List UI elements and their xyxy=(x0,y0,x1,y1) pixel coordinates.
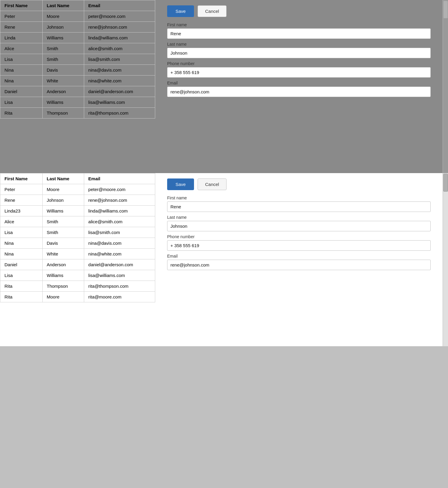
bottom-firstname-group: First name xyxy=(167,195,431,212)
bottom-phone-input[interactable] xyxy=(167,240,431,251)
top-table-row[interactable]: RitaThompsonrita@thompson.com xyxy=(0,108,155,118)
bottom-table-row[interactable]: AliceSmithalice@smith.com xyxy=(0,216,155,227)
top-col-firstname: First Name xyxy=(0,0,43,11)
bottom-cell-last: Moore xyxy=(42,292,84,302)
top-cell-last: Williams xyxy=(42,33,84,43)
top-cell-email: lisa@williams.com xyxy=(84,97,155,108)
top-firstname-label: First name xyxy=(167,22,431,27)
bottom-cell-last: Johnson xyxy=(42,195,84,206)
top-table-row[interactable]: AliceSmithalice@smith.com xyxy=(0,43,155,54)
top-cell-last: Smith xyxy=(42,43,84,54)
bottom-cell-email: nina@white.com xyxy=(84,249,155,259)
top-email-input[interactable] xyxy=(167,87,431,97)
bottom-cell-email: rita@thompson.com xyxy=(84,281,155,292)
bottom-col-lastname: Last Name xyxy=(42,173,84,184)
top-cell-first: Nina xyxy=(0,76,43,86)
top-table-row[interactable]: LisaSmithlisa@smith.com xyxy=(0,54,155,65)
bottom-cell-last: Anderson xyxy=(42,259,84,270)
top-table-header-row: First Name Last Name Email xyxy=(0,0,155,11)
top-firstname-input[interactable] xyxy=(167,28,431,39)
top-cell-first: Lisa xyxy=(0,54,43,65)
top-phone-group: Phone number xyxy=(167,61,431,78)
bottom-table-row[interactable]: RitaMoorerita@moore.com xyxy=(0,292,155,302)
bottom-email-label: Email xyxy=(167,254,431,258)
top-table-row[interactable]: PeterMoorepeter@moore.com xyxy=(0,11,155,22)
top-table-row[interactable]: ReneJohnsonrene@johnson.com xyxy=(0,22,155,33)
bottom-cell-email: rene@johnson.com xyxy=(84,195,155,206)
top-scrollbar-thumb[interactable] xyxy=(443,1,448,19)
bottom-cell-email: daniel@anderson.com xyxy=(84,259,155,270)
top-half: First Name Last Name Email PeterMoorepet… xyxy=(0,0,448,173)
bottom-save-button[interactable]: Save xyxy=(167,178,194,190)
top-phone-label: Phone number xyxy=(167,61,431,66)
top-table-row[interactable]: DanielAndersondaniel@anderson.com xyxy=(0,86,155,97)
top-table-row[interactable]: NinaDavisnina@davis.com xyxy=(0,65,155,76)
bottom-half: First Name Last Name Email PeterMoorepet… xyxy=(0,173,448,346)
top-cell-first: Daniel xyxy=(0,86,43,97)
bottom-cell-first: Nina xyxy=(0,249,43,259)
bottom-table-row[interactable]: ReneJohnsonrene@johnson.com xyxy=(0,195,155,206)
bottom-col-email: Email xyxy=(84,173,155,184)
bottom-scrollbar-thumb[interactable] xyxy=(443,174,448,192)
top-cell-email: rita@thompson.com xyxy=(84,108,155,118)
bottom-cancel-button[interactable]: Cancel xyxy=(198,178,227,190)
bottom-table-row[interactable]: LisaSmithlisa@smith.com xyxy=(0,227,155,238)
bottom-col-firstname: First Name xyxy=(0,173,43,184)
top-cell-email: lisa@smith.com xyxy=(84,54,155,65)
top-table-row[interactable]: NinaWhitenina@white.com xyxy=(0,76,155,86)
top-cell-last: Williams xyxy=(42,97,84,108)
bottom-lastname-input[interactable] xyxy=(167,221,431,231)
top-cell-first: Alice xyxy=(0,43,43,54)
bottom-cell-email: linda@williams.com xyxy=(84,206,155,216)
top-cell-email: peter@moore.com xyxy=(84,11,155,22)
bottom-cell-first: Lisa xyxy=(0,227,43,238)
top-table-row[interactable]: LisaWilliamslisa@williams.com xyxy=(0,97,155,108)
top-cell-email: linda@williams.com xyxy=(84,33,155,43)
bottom-cell-last: Williams xyxy=(42,270,84,281)
bottom-firstname-input[interactable] xyxy=(167,201,431,212)
top-col-email: Email xyxy=(84,0,155,11)
top-cell-first: Lisa xyxy=(0,97,43,108)
top-cell-last: Anderson xyxy=(42,86,84,97)
bottom-cell-first: Linda23 xyxy=(0,206,43,216)
top-phone-input[interactable] xyxy=(167,67,431,78)
bottom-cell-first: Rita xyxy=(0,292,43,302)
bottom-phone-label: Phone number xyxy=(167,234,431,239)
bottom-table-section: First Name Last Name Email PeterMoorepet… xyxy=(0,173,155,346)
bottom-lastname-group: Last name xyxy=(167,215,431,231)
bottom-lastname-label: Last name xyxy=(167,215,431,220)
top-table: First Name Last Name Email PeterMoorepet… xyxy=(0,0,155,118)
top-cancel-button[interactable]: Cancel xyxy=(198,5,227,17)
bottom-table-header-row: First Name Last Name Email xyxy=(0,173,155,184)
bottom-table-row[interactable]: NinaDavisnina@davis.com xyxy=(0,238,155,249)
bottom-table-row[interactable]: RitaThompsonrita@thompson.com xyxy=(0,281,155,292)
bottom-table-row[interactable]: LisaWilliamslisa@williams.com xyxy=(0,270,155,281)
top-cell-first: Peter xyxy=(0,11,43,22)
top-cell-last: Smith xyxy=(42,54,84,65)
top-lastname-group: Last name xyxy=(167,42,431,58)
top-cell-first: Nina xyxy=(0,65,43,76)
bottom-cell-last: Smith xyxy=(42,227,84,238)
bottom-cell-first: Peter xyxy=(0,184,43,195)
bottom-table-row[interactable]: PeterMoorepeter@moore.com xyxy=(0,184,155,195)
top-lastname-input[interactable] xyxy=(167,48,431,58)
bottom-table-row[interactable]: Linda23Williamslinda@williams.com xyxy=(0,206,155,216)
top-lastname-label: Last name xyxy=(167,42,431,47)
bottom-phone-group: Phone number xyxy=(167,234,431,251)
bottom-cell-last: Davis xyxy=(42,238,84,249)
bottom-table-row[interactable]: DanielAndersondaniel@anderson.com xyxy=(0,259,155,270)
bottom-cell-email: nina@davis.com xyxy=(84,238,155,249)
bottom-cell-last: Williams xyxy=(42,206,84,216)
bottom-cell-email: alice@smith.com xyxy=(84,216,155,227)
bottom-cell-email: lisa@williams.com xyxy=(84,270,155,281)
bottom-email-input[interactable] xyxy=(167,260,431,270)
top-table-row[interactable]: LindaWilliamslinda@williams.com xyxy=(0,33,155,43)
top-scrollbar[interactable] xyxy=(443,0,448,173)
top-cell-last: Thompson xyxy=(42,108,84,118)
top-email-group: Email xyxy=(167,81,431,97)
top-cell-last: Moore xyxy=(42,11,84,22)
bottom-scrollbar[interactable] xyxy=(443,173,448,346)
top-save-button[interactable]: Save xyxy=(167,5,194,17)
bottom-table-row[interactable]: NinaWhitenina@white.com xyxy=(0,249,155,259)
top-cell-last: Davis xyxy=(42,65,84,76)
